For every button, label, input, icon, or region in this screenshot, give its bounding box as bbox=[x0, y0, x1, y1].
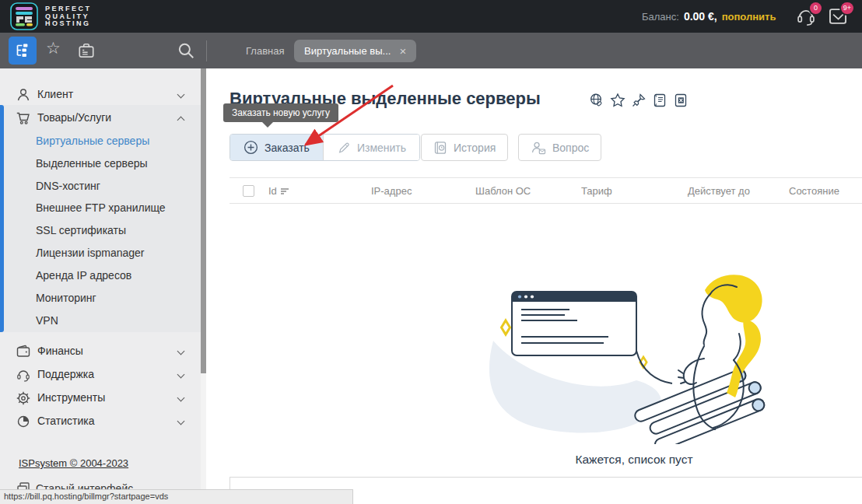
column-header-ip: IP-адрес bbox=[371, 185, 412, 197]
person-message-icon bbox=[531, 141, 546, 155]
column-header-label: Id bbox=[268, 185, 277, 197]
sidebar-item-monitoring[interactable]: Мониторинг bbox=[36, 286, 96, 309]
nav-toolbar: ☆ Главная Виртуальные вы... × bbox=[0, 33, 862, 68]
chevron-down-icon bbox=[177, 394, 185, 402]
chevron-down-icon bbox=[177, 348, 185, 355]
chevron-down-icon bbox=[177, 91, 185, 99]
sidebar-section-label: Финансы bbox=[37, 345, 83, 357]
tab-home[interactable]: Главная bbox=[246, 33, 284, 68]
column-header-state: Состояние bbox=[789, 185, 839, 197]
gear-icon bbox=[16, 390, 31, 406]
tooltip-order-new-service: Заказать новую услугу bbox=[223, 103, 338, 122]
balance-block: Баланс: 0.00 €, пополнить bbox=[642, 0, 776, 33]
sidebar-section-client[interactable]: Клиент bbox=[0, 83, 201, 107]
sidebar: Клиент Товары/Услуги Виртуальные серверы… bbox=[0, 68, 206, 504]
mail-badge: 9+ bbox=[841, 2, 853, 14]
briefcase-icon[interactable] bbox=[77, 41, 96, 63]
order-button-label: Заказать bbox=[265, 142, 310, 154]
empty-list-message: Кажется, список пуст bbox=[482, 453, 786, 467]
sidebar-item-vpn[interactable]: VPN bbox=[36, 309, 58, 331]
sidebar-section-label: Клиент bbox=[37, 88, 73, 100]
wallet-icon bbox=[16, 344, 31, 359]
tab-label: Виртуальные вы... bbox=[304, 45, 391, 57]
edit-button[interactable]: Изменить bbox=[323, 135, 419, 160]
empty-state-illustration bbox=[482, 267, 782, 444]
history-button-label: История bbox=[454, 142, 496, 154]
sort-icon[interactable] bbox=[280, 186, 289, 198]
sidebar-section-statistics[interactable]: Статистика bbox=[0, 410, 201, 433]
support-headset-icon[interactable]: 0 bbox=[796, 6, 816, 26]
balance-value: 0.00 €, bbox=[684, 10, 717, 23]
ispsystem-copyright-link[interactable]: ISPsystem © 2004-2023 bbox=[19, 457, 128, 469]
app-window: PERFECT QUALITY HOSTING Баланс: 0.00 €, … bbox=[0, 0, 862, 504]
sidebar-scrollbar-track bbox=[201, 68, 206, 504]
brand-logo-text: PERFECT QUALITY HOSTING bbox=[45, 5, 92, 28]
topup-link[interactable]: пополнить bbox=[722, 11, 776, 23]
sidebar-section-finance[interactable]: Финансы bbox=[0, 340, 201, 363]
sidebar-section-label: Инструменты bbox=[37, 391, 105, 404]
pie-chart-icon bbox=[16, 414, 31, 429]
question-button[interactable]: Вопрос bbox=[518, 134, 601, 161]
order-button[interactable]: Заказать bbox=[230, 135, 323, 160]
expanded-group-accent-bar bbox=[0, 105, 4, 332]
chevron-up-icon bbox=[177, 117, 185, 124]
sidebar-item-virtual-servers[interactable]: Виртуальные серверы bbox=[36, 129, 149, 152]
main-content: Виртуальные выделенные серверы Заказать … bbox=[206, 68, 862, 504]
top-bar: PERFECT QUALITY HOSTING Баланс: 0.00 €, … bbox=[0, 0, 862, 33]
select-all-checkbox[interactable] bbox=[243, 185, 254, 197]
tab-virtual-servers[interactable]: Виртуальные вы... × bbox=[294, 40, 416, 62]
tree-icon bbox=[15, 43, 30, 58]
sidebar-section-tools[interactable]: Инструменты bbox=[0, 387, 201, 410]
favorites-star-icon[interactable]: ☆ bbox=[46, 39, 61, 58]
title-action-icons bbox=[589, 93, 689, 108]
history-button[interactable]: История bbox=[421, 134, 508, 161]
export-excel-icon[interactable] bbox=[673, 93, 689, 108]
headset-icon bbox=[16, 367, 31, 383]
web-link-icon[interactable] bbox=[589, 93, 604, 108]
brand-logo-icon bbox=[10, 2, 38, 30]
table-header-row: Id IP-адрес Шаблон ОС Тариф Действует до… bbox=[230, 177, 862, 204]
column-header-os-template: Шаблон ОС bbox=[475, 185, 531, 197]
user-icon bbox=[16, 87, 31, 103]
sidebar-item-ssl[interactable]: SSL сертификаты bbox=[36, 219, 126, 241]
report-list-icon[interactable] bbox=[652, 93, 668, 108]
sidebar-item-ftp-storage[interactable]: Внешнее FTP хранилище bbox=[36, 196, 166, 219]
logo-line: HOSTING bbox=[45, 20, 92, 28]
pin-icon[interactable] bbox=[631, 93, 646, 108]
column-header-tariff: Тариф bbox=[581, 185, 612, 197]
mail-icon[interactable]: 9+ bbox=[828, 6, 848, 26]
sidebar-section-label: Статистика bbox=[37, 415, 95, 427]
browser-status-bar: https://bill.pq.hosting/billmgr?startpag… bbox=[0, 489, 353, 504]
sidebar-section-label: Товары/Услуги bbox=[37, 111, 111, 124]
balance-label: Баланс: bbox=[642, 11, 679, 23]
chevron-down-icon bbox=[177, 418, 185, 425]
column-header-id: Id bbox=[268, 185, 289, 198]
sidebar-item-dns-hosting[interactable]: DNS-хостинг bbox=[36, 174, 100, 197]
sidebar-section-label: Поддержка bbox=[37, 368, 94, 380]
sidebar-section-products[interactable]: Товары/Услуги bbox=[0, 107, 201, 130]
sidebar-item-dedicated-servers[interactable]: Выделенные серверы bbox=[36, 152, 148, 174]
cart-icon bbox=[16, 110, 31, 126]
pencil-icon bbox=[337, 141, 351, 155]
sidebar-scrollbar-thumb[interactable] bbox=[201, 68, 206, 373]
favorite-star-icon[interactable] bbox=[610, 93, 625, 108]
plus-circle-icon bbox=[244, 140, 258, 155]
menu-tree-button[interactable] bbox=[9, 37, 37, 65]
search-icon[interactable] bbox=[177, 41, 195, 63]
sidebar-item-ip-rent[interactable]: Аренда IP адресов bbox=[36, 264, 131, 286]
sidebar-section-support[interactable]: Поддержка bbox=[0, 363, 201, 387]
order-edit-button-group: Заказать Изменить bbox=[230, 134, 420, 161]
toolbar-divider bbox=[206, 40, 207, 61]
chevron-down-icon bbox=[177, 371, 185, 379]
tab-close-icon[interactable]: × bbox=[399, 45, 406, 57]
edit-button-label: Изменить bbox=[357, 142, 406, 154]
question-button-label: Вопрос bbox=[552, 142, 589, 154]
history-journal-icon bbox=[433, 141, 447, 155]
sidebar-item-ispmanager-licenses[interactable]: Лицензии ispmanager bbox=[36, 241, 145, 264]
support-badge: 0 bbox=[810, 2, 822, 14]
column-header-valid-until: Действует до bbox=[688, 185, 750, 197]
